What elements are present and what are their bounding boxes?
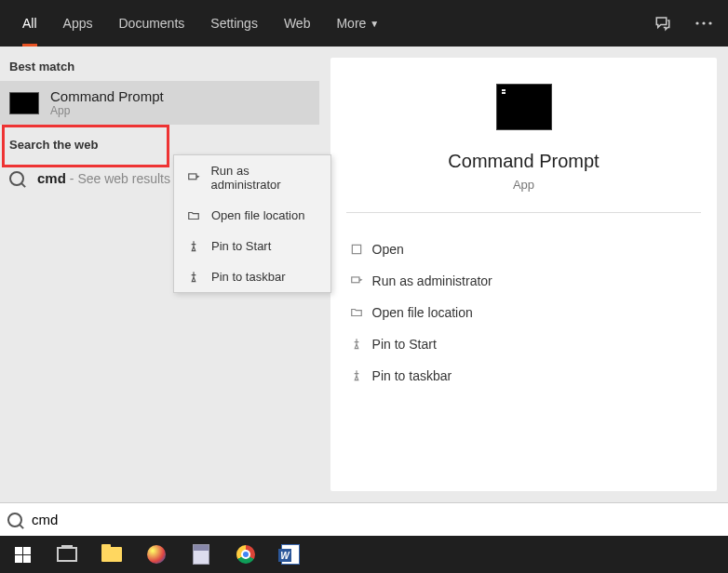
ctx-open-file-location[interactable]: Open file location	[174, 200, 330, 231]
result-title: Command Prompt	[50, 88, 164, 104]
folder-open-icon	[185, 209, 202, 222]
action-label: Run as administrator	[372, 273, 492, 288]
action-open-file-location[interactable]: Open file location	[346, 297, 702, 328]
feedback-icon[interactable]	[644, 5, 681, 42]
admin-shield-icon	[185, 171, 201, 184]
ctx-label: Pin to taskbar	[211, 270, 286, 284]
tab-web[interactable]: Web	[271, 0, 324, 47]
ctx-pin-to-taskbar[interactable]: Pin to taskbar	[174, 261, 330, 292]
pin-icon	[185, 240, 202, 253]
taskbar-file-explorer[interactable]	[89, 536, 134, 573]
result-command-prompt[interactable]: Command Prompt App	[0, 81, 319, 125]
tab-more[interactable]: More▼	[323, 0, 392, 47]
search-input[interactable]	[32, 512, 721, 527]
svg-rect-5	[351, 277, 358, 283]
cmd-icon	[9, 92, 39, 114]
taskbar-word[interactable]	[268, 536, 313, 573]
folder-icon	[101, 547, 122, 562]
folder-open-icon	[350, 306, 372, 319]
task-view-icon	[57, 547, 77, 562]
ctx-label: Run as administrator	[210, 164, 319, 192]
search-icon	[7, 513, 22, 527]
svg-point-2	[708, 21, 711, 24]
web-hint-text: - See web results	[70, 171, 170, 186]
details-pane: Command Prompt App Open Run as administr…	[330, 58, 717, 491]
windows-logo-icon	[15, 547, 31, 563]
more-options-icon[interactable]	[685, 5, 722, 42]
ctx-pin-to-start[interactable]: Pin to Start	[174, 231, 330, 261]
action-label: Pin to Start	[372, 337, 437, 352]
taskbar-snip[interactable]	[134, 536, 179, 573]
svg-point-0	[695, 21, 698, 24]
details-title: Command Prompt	[448, 151, 599, 172]
web-query-text: cmd	[37, 170, 66, 186]
search-filter-bar: All Apps Documents Settings Web More▼	[0, 0, 728, 47]
pin-icon	[185, 271, 202, 284]
context-menu: Run as administrator Open file location …	[173, 154, 331, 293]
tab-documents[interactable]: Documents	[105, 0, 197, 47]
ctx-run-as-admin[interactable]: Run as administrator	[174, 155, 330, 200]
svg-rect-4	[352, 245, 360, 253]
result-subtitle: App	[50, 104, 164, 117]
svg-point-1	[702, 21, 705, 24]
action-label: Pin to taskbar	[372, 368, 452, 383]
ctx-label: Pin to Start	[211, 239, 271, 253]
calculator-icon	[193, 544, 209, 565]
action-run-as-admin[interactable]: Run as administrator	[346, 265, 702, 297]
tab-settings[interactable]: Settings	[197, 0, 271, 47]
action-open[interactable]: Open	[346, 233, 702, 265]
search-icon	[9, 171, 24, 186]
start-button[interactable]	[0, 536, 45, 573]
pin-icon	[350, 338, 372, 351]
chevron-down-icon: ▼	[370, 19, 379, 29]
open-icon	[350, 243, 372, 256]
pin-icon	[350, 369, 372, 382]
chrome-icon	[236, 545, 255, 564]
action-label: Open file location	[372, 305, 473, 320]
taskbar-calculator[interactable]	[179, 536, 223, 573]
action-pin-to-start[interactable]: Pin to Start	[346, 328, 702, 360]
taskbar-chrome[interactable]	[223, 536, 268, 573]
snip-icon	[147, 545, 166, 564]
search-bar[interactable]	[0, 502, 728, 536]
action-label: Open	[372, 242, 404, 257]
svg-rect-3	[188, 174, 195, 180]
tab-all[interactable]: All	[9, 0, 50, 47]
divider	[346, 212, 702, 213]
details-type: App	[513, 178, 534, 192]
ctx-label: Open file location	[211, 208, 304, 222]
taskbar	[0, 536, 728, 573]
action-pin-to-taskbar[interactable]: Pin to taskbar	[346, 360, 702, 392]
task-view-button[interactable]	[45, 536, 89, 573]
section-best-match: Best match	[0, 47, 319, 81]
tab-apps[interactable]: Apps	[50, 0, 106, 47]
admin-shield-icon	[350, 274, 372, 287]
results-list: Best match Command Prompt App Search the…	[0, 47, 319, 502]
cmd-large-icon	[496, 84, 552, 130]
search-results-pane: Best match Command Prompt App Search the…	[0, 47, 728, 502]
word-icon	[281, 544, 300, 565]
